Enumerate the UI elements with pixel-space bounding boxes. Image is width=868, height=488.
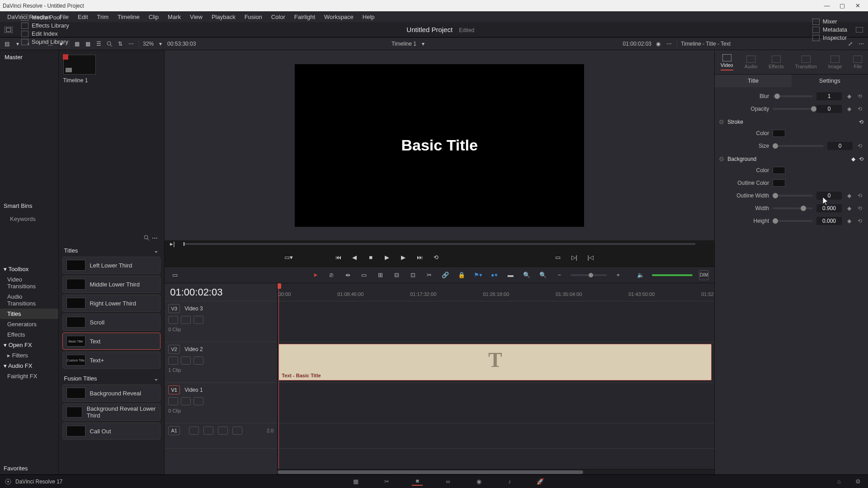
bg-outline-width-slider[interactable] — [773, 195, 813, 197]
mute-button[interactable] — [232, 427, 242, 435]
header-meta-button[interactable]: Metadata — [809, 26, 850, 34]
bg-outline-width-value[interactable]: 0 — [816, 192, 842, 200]
blur-value[interactable]: 1 — [816, 92, 842, 100]
page-deliver-icon[interactable]: 🚀 — [535, 478, 546, 486]
title-item-text[interactable]: Basic TitleText — [62, 333, 161, 350]
opacity-value[interactable]: 0 — [816, 105, 842, 113]
track-lane-v3[interactable] — [278, 301, 714, 342]
menu-fairlight[interactable]: Fairlight — [290, 14, 320, 20]
nav-prev-icon[interactable]: ‹ — [24, 40, 33, 48]
menu-fusion[interactable]: Fusion — [240, 14, 267, 20]
master-bin[interactable]: Master — [0, 50, 58, 64]
title-item-scroll[interactable]: Scroll — [62, 314, 161, 331]
timeline-clip[interactable]: TText - Basic Title — [278, 344, 712, 380]
disable-button[interactable] — [193, 357, 203, 365]
loop-icon[interactable]: ⟲ — [431, 252, 441, 262]
goto-end-icon[interactable]: |◁ — [585, 252, 595, 262]
bg-width-value[interactable]: 0.900 — [816, 204, 842, 212]
minimize-icon[interactable]: — — [819, 2, 835, 9]
menu-view[interactable]: View — [185, 14, 207, 20]
track-head-a1[interactable]: A12.0 — [165, 423, 277, 449]
keyframe-icon[interactable]: ◆ — [845, 106, 853, 112]
inspector-tab-video[interactable]: Video — [721, 54, 733, 70]
menu-edit[interactable]: Edit — [73, 14, 92, 20]
toolbox-header[interactable]: ▾ Toolbox — [0, 264, 58, 274]
title-item-text-[interactable]: Custom TitleText+ — [62, 352, 161, 369]
timeline-view-icon[interactable]: ▭ — [170, 270, 180, 280]
toolbox-titles[interactable]: Titles — [0, 309, 58, 319]
keywords-bin[interactable]: Keywords — [0, 212, 58, 226]
prev-clip-icon[interactable]: ⏮ — [333, 252, 343, 262]
fullscreen-icon[interactable] — [855, 26, 863, 34]
menu-help[interactable]: Help — [358, 14, 379, 20]
mute-icon[interactable]: 🔈 — [636, 270, 646, 280]
bg-height-value[interactable]: 0.000 — [816, 217, 842, 225]
track-selector[interactable]: V3 — [168, 304, 180, 313]
header-mixer-button[interactable]: Mixer — [809, 18, 850, 26]
timeline-name[interactable]: Timeline 1 — [392, 41, 416, 47]
toolbox-generators[interactable]: Generators — [0, 319, 58, 329]
zoom-search-icon[interactable]: 🔍 — [522, 270, 532, 280]
bg-outline-color-swatch[interactable] — [773, 179, 785, 187]
lock-button[interactable] — [189, 427, 199, 435]
keyframe-icon[interactable]: ◆ — [845, 192, 853, 199]
keyframe-icon[interactable]: ◆ — [845, 93, 853, 99]
inspector-subtab-settings[interactable]: Settings — [792, 75, 868, 87]
track-selector[interactable]: A1 — [168, 426, 180, 435]
zoom-fit-icon[interactable]: 🔍 — [538, 270, 548, 280]
opacity-slider[interactable] — [773, 108, 813, 110]
zoom-value[interactable]: 32% — [143, 41, 154, 47]
inspector-tab-file[interactable]: File — [853, 56, 862, 69]
menu-workspace[interactable]: Workspace — [320, 14, 358, 20]
more-icon[interactable]: ⋯ — [151, 234, 159, 242]
auto-button[interactable] — [181, 357, 191, 365]
step-fwd-icon[interactable]: ▶ — [398, 252, 408, 262]
next-edit-icon[interactable]: ▸| — [170, 240, 175, 247]
track-head-v1[interactable]: V1Video 10 Clip — [165, 383, 277, 423]
toolbox-audio-transitions[interactable]: Audio Transitions — [0, 291, 58, 309]
more-icon[interactable]: ⋯ — [665, 40, 673, 48]
reset-icon[interactable]: ⟲ — [856, 143, 863, 149]
selection-tool-icon[interactable]: ➤ — [310, 270, 320, 280]
title-item-middle-lower-third[interactable]: Middle Lower Third — [62, 276, 161, 293]
layout-icon[interactable] — [5, 26, 13, 34]
media-pool-grid[interactable]: Timeline 1 — [59, 50, 165, 113]
step-back-icon[interactable]: ◀ — [349, 252, 359, 262]
track-lane-v1[interactable] — [278, 383, 714, 423]
caption-icon[interactable]: ▬ — [505, 270, 515, 280]
disable-button[interactable] — [193, 397, 203, 405]
goto-out-icon[interactable]: ▷| — [569, 252, 579, 262]
toolbox-effects[interactable]: Effects — [0, 329, 58, 340]
chevron-down-icon[interactable]: ⌄ — [154, 247, 159, 254]
auto-button[interactable] — [181, 397, 191, 405]
goto-in-icon[interactable]: ▭ — [553, 252, 563, 262]
clip-thumbnail[interactable]: Timeline 1 — [63, 55, 99, 84]
keyframe-icon[interactable]: ◆ — [845, 205, 853, 211]
stroke-size-slider[interactable] — [773, 145, 824, 147]
list-view-icon[interactable]: ☰ — [94, 40, 103, 48]
section-toggle-icon[interactable] — [719, 157, 724, 161]
auto-button[interactable] — [181, 316, 191, 324]
lock-button[interactable] — [168, 397, 178, 405]
title-item-left-lower-third[interactable]: Left Lower Third — [62, 257, 161, 274]
openfx-header[interactable]: ▾ Open FX — [0, 340, 58, 350]
chevron-down-icon[interactable]: ▾ — [156, 40, 165, 48]
inspector-tab-image[interactable]: Image — [828, 56, 842, 69]
inspector-subtab-title[interactable]: Title — [715, 75, 791, 87]
link-icon[interactable]: 🔗 — [440, 270, 450, 280]
reset-icon[interactable]: ⟲ — [859, 119, 863, 125]
grid-view-icon[interactable]: ▦ — [84, 40, 92, 48]
menu-mark[interactable]: Mark — [163, 14, 185, 20]
page-fairlight-icon[interactable]: ♪ — [504, 478, 515, 486]
close-icon[interactable]: ✕ — [850, 2, 865, 9]
bg-height-slider[interactable] — [773, 220, 813, 222]
auto-button[interactable] — [203, 427, 213, 435]
options-icon[interactable]: ⋯ — [127, 40, 135, 48]
page-media-icon[interactable]: ▦ — [350, 478, 361, 486]
chevron-down-icon[interactable]: ⌄ — [154, 375, 159, 382]
header-pool-button[interactable]: Media Pool — [18, 14, 72, 22]
fairlightfx-item[interactable]: Fairlight FX — [0, 371, 58, 381]
title-item-right-lower-third[interactable]: Right Lower Third — [62, 295, 161, 312]
next-clip-icon[interactable]: ⏭ — [415, 252, 425, 262]
replace-icon[interactable]: ⊡ — [408, 270, 418, 280]
